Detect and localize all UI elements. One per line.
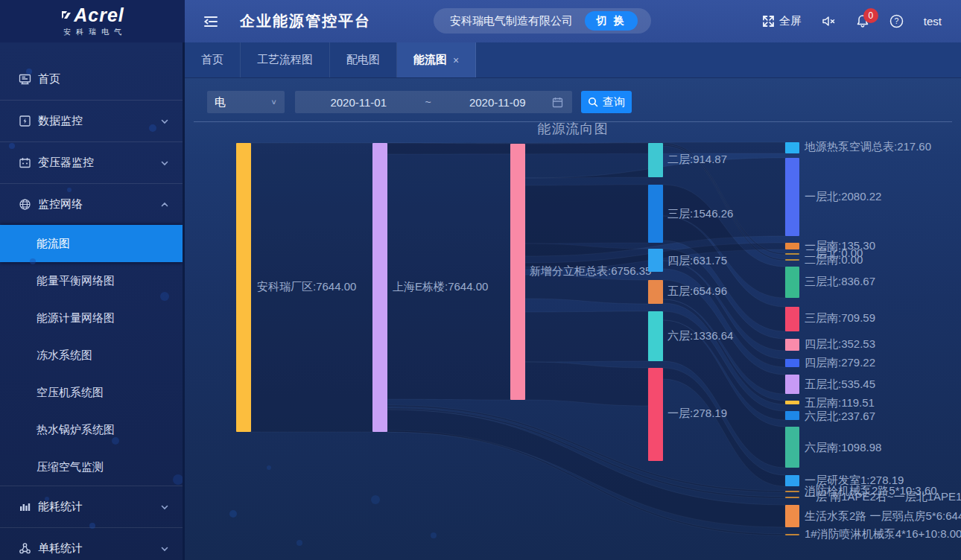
help-button[interactable]: ? <box>889 14 904 28</box>
tab-label: 能流图 <box>413 53 447 67</box>
sidebar-subitem-label: 热水锅炉系统图 <box>37 423 115 437</box>
sankey-node-bar[interactable] <box>648 143 663 177</box>
tab-active[interactable]: 能流图× <box>397 42 476 77</box>
sankey-node-bar[interactable] <box>648 249 663 272</box>
sidebar-item-label: 数据监控 <box>38 114 83 128</box>
app-header: 企业能源管控平台 安科瑞电气制造有限公司 切 换 全屏 0 <box>185 0 961 42</box>
chevron-down-icon <box>160 159 169 168</box>
logo: Acrel 安科瑞电气 <box>0 0 185 42</box>
page-title: 企业能源管控平台 <box>240 11 371 31</box>
tab-close-icon[interactable]: × <box>453 54 459 66</box>
company-selector: 安科瑞电气制造有限公司 切 换 <box>434 8 651 34</box>
tab-item[interactable]: 首页 <box>185 42 241 77</box>
acrel-logo-icon <box>60 9 72 21</box>
sidebar-item-label: 监控网络 <box>38 197 83 211</box>
menu-fold-icon[interactable] <box>203 13 219 30</box>
notification-badge: 0 <box>863 8 878 23</box>
sankey-node-bar[interactable] <box>785 497 799 498</box>
unit-stats-icon <box>19 542 31 555</box>
chevron-down-icon <box>160 117 169 126</box>
sankey-node-bar[interactable] <box>236 143 251 432</box>
sankey-node-bar[interactable] <box>785 411 799 420</box>
sankey-link <box>387 143 510 400</box>
sankey-link <box>525 311 648 362</box>
sidebar-item[interactable]: 变压器监控 <box>0 142 183 183</box>
sankey-link <box>525 275 648 304</box>
sankey-node-bar[interactable] <box>785 243 799 249</box>
sidebar-item-label: 单耗统计 <box>38 541 83 556</box>
sidebar-subitem[interactable]: 压缩空气监测 <box>0 448 183 486</box>
question-icon: ? <box>889 14 904 28</box>
sankey-node-bar[interactable] <box>785 339 799 351</box>
notifications-button[interactable]: 0 <box>856 14 869 28</box>
sidebar-subitem-label: 空压机系统图 <box>37 386 104 400</box>
switch-company-button[interactable]: 切 换 <box>585 11 638 31</box>
sidebar-item[interactable]: 数据监控 <box>0 101 183 141</box>
sankey-node-bar[interactable] <box>648 185 663 243</box>
sankey-node-bar[interactable] <box>785 375 799 394</box>
sankey-link <box>251 143 372 432</box>
chevron-down-icon <box>160 503 169 512</box>
speaker-mute-icon <box>822 15 836 28</box>
sankey-node-bar[interactable] <box>510 144 525 400</box>
sidebar-subitem-label: 能量平衡网络图 <box>37 274 115 288</box>
fullscreen-label: 全屏 <box>779 14 802 28</box>
sankey-node-bar[interactable] <box>785 401 799 404</box>
mute-button[interactable] <box>822 15 836 28</box>
sidebar-subitem-label: 压缩空气监测 <box>37 460 104 474</box>
sankey-node-bar[interactable] <box>785 505 799 527</box>
tab-item[interactable]: 工艺流程图 <box>241 42 330 77</box>
sankey-node-bar[interactable] <box>785 267 799 298</box>
sankey-node-bar[interactable] <box>785 491 799 492</box>
sidebar-item[interactable]: 单耗统计 <box>0 528 183 560</box>
sankey-node-bar[interactable] <box>648 368 663 461</box>
tab-label: 首页 <box>201 53 223 67</box>
sankey-node-bar[interactable] <box>785 142 799 153</box>
sankey-node-bar[interactable] <box>785 534 799 535</box>
sankey-node-bar[interactable] <box>372 143 387 432</box>
sidebar-subitem[interactable]: 热水锅炉系统图 <box>0 411 183 448</box>
sankey-node-bar[interactable] <box>785 307 799 331</box>
data-monitor-icon <box>19 115 31 127</box>
sankey-node-bar[interactable] <box>785 427 799 468</box>
chevron-up-icon <box>160 200 169 209</box>
sidebar-subitem-label: 能源计量网络图 <box>37 311 115 325</box>
sidebar-subitem[interactable]: 能量平衡网络图 <box>0 262 183 299</box>
sidebar-subitem[interactable]: 空压机系统图 <box>0 374 183 411</box>
sankey-node-bar[interactable] <box>785 253 799 255</box>
tab-item[interactable]: 配电图 <box>330 42 397 77</box>
sankey-node-bar[interactable] <box>785 475 799 486</box>
chevron-down-icon <box>160 544 169 553</box>
sidebar-item[interactable]: 能耗统计 <box>0 486 183 527</box>
sankey-node-bar[interactable] <box>785 158 799 236</box>
header-actions: 全屏 0 ? test <box>762 14 961 28</box>
sankey-node-bar[interactable] <box>785 259 799 261</box>
company-name: 安科瑞电气制造有限公司 <box>450 14 573 28</box>
sidebar-subitem[interactable]: 冻水系统图 <box>0 337 183 374</box>
sidebar-item[interactable]: 监控网络 <box>0 184 183 225</box>
sankey-node-bar[interactable] <box>648 311 663 361</box>
sidebar: 首页数据监控变压器监控监控网络能流图能量平衡网络图能源计量网络图冻水系统图空压机… <box>0 42 185 560</box>
sidebar-subitem-label: 冻水系统图 <box>37 349 92 363</box>
sankey-links <box>185 78 961 560</box>
username[interactable]: test <box>924 15 942 28</box>
sidebar-item-label: 变压器监控 <box>38 156 94 170</box>
main-content: 电 ∨ 2020-11-01 ~ 2020-11-09 查询 能源流向图 安科瑞… <box>185 78 961 560</box>
sankey-node-bar[interactable] <box>648 280 663 304</box>
fullscreen-button[interactable]: 全屏 <box>762 14 802 28</box>
tab-label: 工艺流程图 <box>257 53 313 67</box>
sidebar-subitem-label: 能流图 <box>37 237 70 251</box>
sidebar-item-label: 能耗统计 <box>38 500 83 514</box>
sidebar-item[interactable]: 首页 <box>0 59 183 100</box>
energy-stats-icon <box>19 500 31 513</box>
fullscreen-icon <box>762 15 775 28</box>
home-icon <box>19 73 31 86</box>
sidebar-menu: 首页数据监控变压器监控监控网络能流图能量平衡网络图能源计量网络图冻水系统图空压机… <box>0 42 183 560</box>
tab-label: 配电图 <box>346 53 380 67</box>
sidebar-subitem[interactable]: 能流图 <box>0 225 183 262</box>
sidebar-item-label: 首页 <box>38 72 60 86</box>
logo-subtitle: 安科瑞电气 <box>58 27 127 37</box>
sankey-node-bar[interactable] <box>785 359 799 367</box>
network-icon <box>19 198 31 211</box>
sidebar-subitem[interactable]: 能源计量网络图 <box>0 299 183 337</box>
